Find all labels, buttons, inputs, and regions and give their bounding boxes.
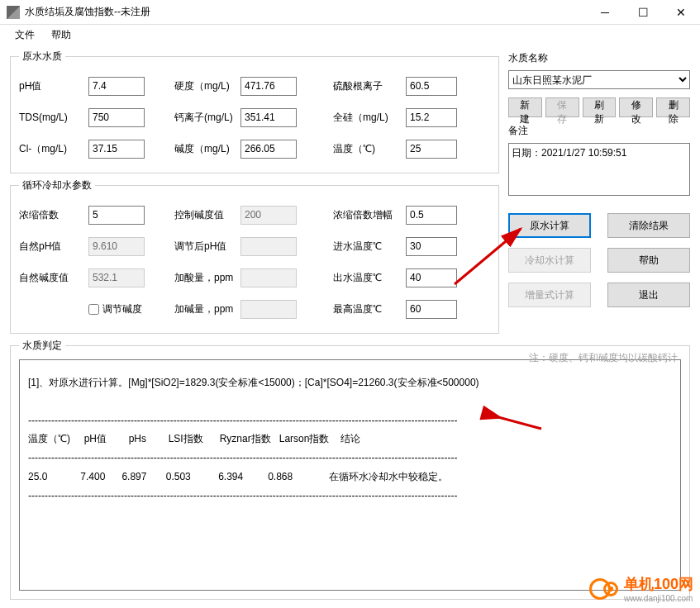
outlet-temp-label: 出水温度℃ [333,271,406,285]
calcium-input[interactable] [240,108,297,127]
base-input [240,300,297,319]
tds-input[interactable] [88,108,145,127]
outlet-temp-input[interactable] [406,268,457,287]
adjust-alk-checkbox[interactable] [88,304,99,315]
calc-raw-button[interactable]: 原水计算 [508,213,591,238]
conc-step-label: 浓缩倍数增幅 [333,208,406,222]
alkalinity-input[interactable] [240,140,297,159]
control-alk-input [240,206,297,225]
acid-label: 加酸量，ppm [174,271,240,285]
maximize-button[interactable]: ☐ [624,0,662,25]
water-name-select[interactable]: 山东日照某水泥厂 [508,70,690,89]
max-temp-input[interactable] [406,300,457,319]
ph-input[interactable] [88,77,145,96]
clear-results-button[interactable]: 清除结果 [607,213,690,238]
raw-water-group: 原水水质 pH值 硬度（mg/L) 硫酸根离子 TDS(mg/L) [10,50,499,173]
max-temp-label: 最高温度℃ [333,302,406,316]
calc-incremental-button: 增量式计算 [508,283,591,307]
close-button[interactable]: ✕ [662,0,700,25]
menu-file[interactable]: 文件 [7,26,43,45]
acid-input [240,268,297,287]
minimize-button[interactable]: ─ [586,0,624,25]
ph-label: pH值 [19,79,88,93]
water-name-label: 水质名称 [508,51,690,65]
titlebar: 水质结垢及腐蚀指数--未注册 ─ ☐ ✕ [0,0,700,25]
results-output[interactable]: [1]、对原水进行计算。[Mg]*[SiO2]=1829.3(安全标准<1500… [19,359,681,591]
conc-step-input[interactable] [406,206,457,225]
nat-alk-input [88,268,145,287]
adj-ph-input [240,237,297,256]
hardness-input[interactable] [240,77,297,96]
cl-label: Cl-（mg/L) [19,142,88,156]
help-button[interactable]: 帮助 [607,248,690,273]
control-alk-label: 控制碱度值 [174,208,240,222]
modify-button[interactable]: 修改 [619,97,653,117]
menubar: 文件 帮助 [0,25,700,45]
inlet-temp-label: 进水温度℃ [333,240,406,254]
menu-help[interactable]: 帮助 [43,26,79,45]
silicon-input[interactable] [406,108,457,127]
inlet-temp-input[interactable] [406,237,457,256]
adjust-alk-label: 调节碱度 [102,302,142,316]
nat-ph-label: 自然pH值 [19,240,88,254]
new-button[interactable]: 新建 [508,97,542,117]
cooling-water-group: 循环冷却水参数 浓缩倍数 控制碱度值 浓缩倍数增幅 自然pH值 [10,178,499,334]
nat-ph-input [88,237,145,256]
calcium-label: 钙离子(mg/L) [174,111,240,125]
silicon-label: 全硅（mg/L) [333,111,406,125]
raw-water-legend: 原水水质 [19,50,65,64]
alkalinity-label: 碱度（mg/L) [174,142,240,156]
notes-textarea[interactable]: 日期：2021/1/27 10:59:51 [508,143,690,196]
results-note: 注：硬度、钙和碱度均以碳酸钙计 [529,351,678,365]
temp-label: 温度（℃) [333,142,406,156]
results-group: 水质判定 注：硬度、钙和碱度均以碳酸钙计 [1]、对原水进行计算。[Mg]*[S… [10,339,690,600]
sulfate-input[interactable] [406,77,457,96]
app-icon [7,6,20,19]
delete-button[interactable]: 删除 [656,97,690,117]
results-legend: 水质判定 [19,339,65,353]
hardness-label: 硬度（mg/L) [174,79,240,93]
exit-button[interactable]: 退出 [607,283,690,307]
refresh-button[interactable]: 刷新 [583,97,617,117]
conc-input[interactable] [88,206,145,225]
nat-alk-label: 自然碱度值 [19,271,88,285]
save-button: 保存 [545,97,579,117]
window-title: 水质结垢及腐蚀指数--未注册 [25,5,586,19]
cooling-legend: 循环冷却水参数 [19,178,95,192]
cl-input[interactable] [88,140,145,159]
adj-ph-label: 调节后pH值 [174,240,240,254]
tds-label: TDS(mg/L) [19,112,88,123]
conc-label: 浓缩倍数 [19,208,88,222]
sulfate-label: 硫酸根离子 [333,79,406,93]
base-label: 加碱量，ppm [174,302,240,316]
temp-input[interactable] [406,140,457,159]
calc-cooling-button: 冷却水计算 [508,248,591,273]
